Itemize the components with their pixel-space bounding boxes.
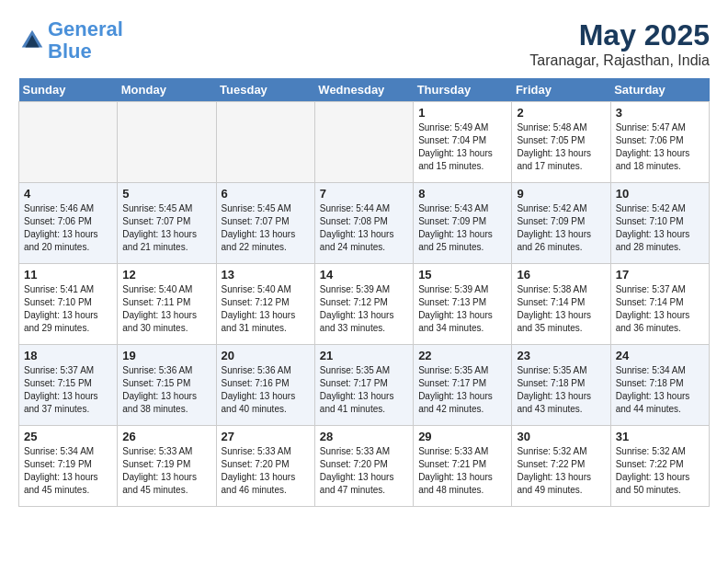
calendar-week-row: 4Sunrise: 5:46 AM Sunset: 7:06 PM Daylig…	[19, 183, 710, 264]
calendar-day-cell: 7Sunrise: 5:44 AM Sunset: 7:08 PM Daylig…	[314, 183, 413, 264]
calendar-day-cell: 13Sunrise: 5:40 AM Sunset: 7:12 PM Dayli…	[216, 264, 314, 345]
day-detail: Sunrise: 5:33 AM Sunset: 7:21 PM Dayligh…	[418, 445, 506, 497]
title-block: May 2025 Taranagar, Rajasthan, India	[529, 18, 710, 69]
day-detail: Sunrise: 5:36 AM Sunset: 7:15 PM Dayligh…	[122, 364, 210, 416]
calendar-empty-cell	[216, 102, 314, 183]
day-detail: Sunrise: 5:45 AM Sunset: 7:07 PM Dayligh…	[222, 202, 310, 254]
day-number: 29	[418, 430, 506, 443]
weekday-header-sunday: Sunday	[19, 78, 118, 102]
day-detail: Sunrise: 5:39 AM Sunset: 7:12 PM Dayligh…	[320, 283, 408, 335]
calendar-day-cell: 28Sunrise: 5:33 AM Sunset: 7:20 PM Dayli…	[314, 426, 413, 507]
day-number: 13	[222, 268, 310, 282]
day-detail: Sunrise: 5:39 AM Sunset: 7:13 PM Dayligh…	[418, 283, 506, 335]
calendar-week-row: 1Sunrise: 5:49 AM Sunset: 7:04 PM Daylig…	[19, 102, 710, 183]
day-detail: Sunrise: 5:35 AM Sunset: 7:17 PM Dayligh…	[320, 364, 408, 416]
day-number: 9	[517, 187, 605, 201]
day-detail: Sunrise: 5:35 AM Sunset: 7:18 PM Dayligh…	[517, 364, 605, 416]
day-detail: Sunrise: 5:34 AM Sunset: 7:19 PM Dayligh…	[24, 445, 112, 497]
day-detail: Sunrise: 5:37 AM Sunset: 7:14 PM Dayligh…	[616, 283, 704, 335]
day-number: 27	[222, 430, 310, 443]
calendar-day-cell: 25Sunrise: 5:34 AM Sunset: 7:19 PM Dayli…	[19, 426, 118, 507]
calendar-empty-cell	[314, 102, 413, 183]
day-detail: Sunrise: 5:41 AM Sunset: 7:10 PM Dayligh…	[24, 283, 112, 335]
day-number: 19	[122, 349, 210, 362]
calendar-day-cell: 11Sunrise: 5:41 AM Sunset: 7:10 PM Dayli…	[19, 264, 118, 345]
calendar-day-cell: 19Sunrise: 5:36 AM Sunset: 7:15 PM Dayli…	[118, 345, 216, 426]
day-detail: Sunrise: 5:40 AM Sunset: 7:11 PM Dayligh…	[122, 283, 210, 335]
calendar-day-cell: 10Sunrise: 5:42 AM Sunset: 7:10 PM Dayli…	[610, 183, 709, 264]
day-number: 11	[24, 268, 112, 282]
day-number: 6	[222, 187, 310, 201]
logo: General Blue	[18, 18, 123, 63]
day-number: 17	[616, 268, 704, 282]
day-number: 7	[320, 187, 408, 201]
day-detail: Sunrise: 5:45 AM Sunset: 7:07 PM Dayligh…	[122, 202, 210, 254]
calendar-day-cell: 16Sunrise: 5:38 AM Sunset: 7:14 PM Dayli…	[512, 264, 610, 345]
day-number: 25	[24, 430, 112, 443]
day-detail: Sunrise: 5:48 AM Sunset: 7:05 PM Dayligh…	[517, 121, 605, 173]
calendar-day-cell: 22Sunrise: 5:35 AM Sunset: 7:17 PM Dayli…	[414, 345, 512, 426]
calendar-day-cell: 6Sunrise: 5:45 AM Sunset: 7:07 PM Daylig…	[216, 183, 314, 264]
day-number: 24	[616, 349, 704, 362]
day-number: 2	[517, 106, 605, 120]
calendar-day-cell: 30Sunrise: 5:32 AM Sunset: 7:22 PM Dayli…	[512, 426, 610, 507]
calendar-day-cell: 4Sunrise: 5:46 AM Sunset: 7:06 PM Daylig…	[19, 183, 118, 264]
calendar-day-cell: 23Sunrise: 5:35 AM Sunset: 7:18 PM Dayli…	[512, 345, 610, 426]
weekday-header-friday: Friday	[512, 78, 610, 102]
weekday-header-saturday: Saturday	[610, 78, 709, 102]
day-detail: Sunrise: 5:33 AM Sunset: 7:20 PM Dayligh…	[320, 445, 408, 497]
day-number: 31	[616, 430, 704, 443]
day-detail: Sunrise: 5:38 AM Sunset: 7:14 PM Dayligh…	[517, 283, 605, 335]
day-detail: Sunrise: 5:34 AM Sunset: 7:18 PM Dayligh…	[616, 364, 704, 416]
day-number: 23	[517, 349, 605, 362]
day-detail: Sunrise: 5:33 AM Sunset: 7:20 PM Dayligh…	[222, 445, 310, 497]
calendar-day-cell: 17Sunrise: 5:37 AM Sunset: 7:14 PM Dayli…	[610, 264, 709, 345]
day-number: 10	[616, 187, 704, 201]
day-detail: Sunrise: 5:47 AM Sunset: 7:06 PM Dayligh…	[616, 121, 704, 173]
weekday-header-tuesday: Tuesday	[216, 78, 314, 102]
calendar-day-cell: 24Sunrise: 5:34 AM Sunset: 7:18 PM Dayli…	[610, 345, 709, 426]
calendar-day-cell: 26Sunrise: 5:33 AM Sunset: 7:19 PM Dayli…	[118, 426, 216, 507]
calendar-day-cell: 2Sunrise: 5:48 AM Sunset: 7:05 PM Daylig…	[512, 102, 610, 183]
calendar-week-row: 11Sunrise: 5:41 AM Sunset: 7:10 PM Dayli…	[19, 264, 710, 345]
day-detail: Sunrise: 5:43 AM Sunset: 7:09 PM Dayligh…	[418, 202, 506, 254]
day-number: 12	[122, 268, 210, 282]
logo-text: General Blue	[48, 18, 123, 63]
day-detail: Sunrise: 5:32 AM Sunset: 7:22 PM Dayligh…	[517, 445, 605, 497]
calendar-empty-cell	[118, 102, 216, 183]
day-number: 14	[320, 268, 408, 282]
day-detail: Sunrise: 5:37 AM Sunset: 7:15 PM Dayligh…	[24, 364, 112, 416]
day-detail: Sunrise: 5:46 AM Sunset: 7:06 PM Dayligh…	[24, 202, 112, 254]
day-detail: Sunrise: 5:42 AM Sunset: 7:09 PM Dayligh…	[517, 202, 605, 254]
day-number: 28	[320, 430, 408, 443]
day-detail: Sunrise: 5:49 AM Sunset: 7:04 PM Dayligh…	[418, 121, 506, 173]
day-number: 20	[222, 349, 310, 362]
day-number: 30	[517, 430, 605, 443]
calendar-day-cell: 18Sunrise: 5:37 AM Sunset: 7:15 PM Dayli…	[19, 345, 118, 426]
calendar-day-cell: 21Sunrise: 5:35 AM Sunset: 7:17 PM Dayli…	[314, 345, 413, 426]
calendar-day-cell: 31Sunrise: 5:32 AM Sunset: 7:22 PM Dayli…	[610, 426, 709, 507]
day-detail: Sunrise: 5:44 AM Sunset: 7:08 PM Dayligh…	[320, 202, 408, 254]
logo-icon	[18, 27, 46, 54]
day-detail: Sunrise: 5:36 AM Sunset: 7:16 PM Dayligh…	[222, 364, 310, 416]
day-detail: Sunrise: 5:32 AM Sunset: 7:22 PM Dayligh…	[616, 445, 704, 497]
month-title: May 2025	[529, 18, 710, 52]
calendar-day-cell: 12Sunrise: 5:40 AM Sunset: 7:11 PM Dayli…	[118, 264, 216, 345]
calendar-empty-cell	[19, 102, 118, 183]
calendar-day-cell: 3Sunrise: 5:47 AM Sunset: 7:06 PM Daylig…	[610, 102, 709, 183]
calendar-day-cell: 29Sunrise: 5:33 AM Sunset: 7:21 PM Dayli…	[414, 426, 512, 507]
calendar-week-row: 25Sunrise: 5:34 AM Sunset: 7:19 PM Dayli…	[19, 426, 710, 507]
day-number: 21	[320, 349, 408, 362]
calendar-day-cell: 20Sunrise: 5:36 AM Sunset: 7:16 PM Dayli…	[216, 345, 314, 426]
calendar-week-row: 18Sunrise: 5:37 AM Sunset: 7:15 PM Dayli…	[19, 345, 710, 426]
calendar-day-cell: 8Sunrise: 5:43 AM Sunset: 7:09 PM Daylig…	[414, 183, 512, 264]
calendar-day-cell: 14Sunrise: 5:39 AM Sunset: 7:12 PM Dayli…	[314, 264, 413, 345]
day-number: 8	[418, 187, 506, 201]
day-detail: Sunrise: 5:33 AM Sunset: 7:19 PM Dayligh…	[122, 445, 210, 497]
day-detail: Sunrise: 5:42 AM Sunset: 7:10 PM Dayligh…	[616, 202, 704, 254]
calendar-table: SundayMondayTuesdayWednesdayThursdayFrid…	[18, 78, 710, 507]
calendar-day-cell: 5Sunrise: 5:45 AM Sunset: 7:07 PM Daylig…	[118, 183, 216, 264]
day-detail: Sunrise: 5:40 AM Sunset: 7:12 PM Dayligh…	[222, 283, 310, 335]
day-number: 3	[616, 106, 704, 120]
day-number: 4	[24, 187, 112, 201]
